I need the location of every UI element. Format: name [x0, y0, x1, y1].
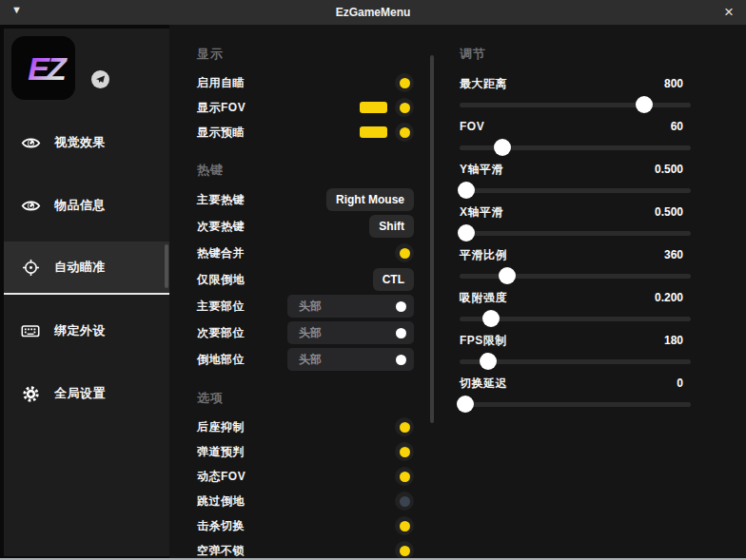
toggle-dot — [400, 103, 410, 113]
slider-header: 最大距离800 — [460, 72, 691, 95]
slider-label: 吸附强度 — [460, 290, 507, 306]
slider-track[interactable] — [460, 274, 691, 279]
close-icon[interactable]: × — [724, 2, 734, 23]
sidebar-item-global-settings[interactable]: 全局设置 — [4, 367, 169, 420]
setting-label: 倒地部位 — [197, 352, 245, 368]
toggle-on[interactable] — [395, 541, 414, 560]
middle-scrollbar[interactable] — [430, 55, 434, 423]
slider-value: 0.500 — [655, 205, 691, 219]
setting-control: 头部 — [287, 321, 414, 344]
slider-track[interactable] — [460, 145, 691, 150]
toggle-on[interactable] — [395, 442, 414, 461]
sidebar-item-peripherals[interactable]: 绑定外设 — [4, 304, 169, 357]
slider-track[interactable] — [460, 317, 691, 321]
toggle-dot — [400, 422, 410, 433]
select-value: 头部 — [299, 299, 322, 315]
setting-control — [395, 541, 414, 560]
setting-control — [395, 442, 414, 461]
slider-label: 切换延迟 — [460, 376, 507, 392]
slider-handle[interactable] — [636, 96, 653, 113]
slider-group-max-distance: 最大距离800 — [460, 72, 691, 115]
toggle-on[interactable] — [395, 73, 414, 92]
toggle-dot — [400, 447, 410, 457]
hotkey-button-downed-only[interactable]: CTL — [373, 268, 414, 291]
select-knob[interactable] — [396, 301, 406, 312]
slider-header: X轴平滑0.500 — [460, 201, 691, 223]
slider-handle[interactable] — [458, 182, 475, 199]
part-select-secondary-part[interactable]: 头部 — [287, 321, 414, 344]
sidebar-item-visual-effects[interactable]: 视觉效果 — [4, 116, 169, 169]
select-value: 头部 — [299, 325, 322, 341]
hotkey-button-secondary-hotkey[interactable]: Shift — [369, 215, 414, 238]
slider-track[interactable] — [460, 103, 691, 107]
setting-label: 显示预瞄 — [197, 125, 245, 141]
toggle-off[interactable] — [395, 492, 414, 511]
part-select-primary-part[interactable]: 头部 — [287, 295, 414, 318]
setting-label: 次要热键 — [197, 219, 245, 235]
slider-value: 0.200 — [655, 291, 691, 304]
slider-handle[interactable] — [458, 224, 475, 241]
slider-header: FOV60 — [460, 115, 691, 138]
toggle-on[interactable] — [395, 516, 414, 535]
setting-label: 击杀切换 — [197, 518, 245, 534]
setting-label: 启用自瞄 — [197, 75, 245, 91]
setting-label: 动态FOV — [197, 469, 245, 485]
slider-header: FPS限制180 — [460, 329, 691, 352]
setting-control — [395, 467, 414, 486]
toggle-on[interactable] — [395, 123, 414, 142]
slider-track-area — [460, 266, 691, 286]
setting-row-show-fov: 显示FOV — [197, 95, 414, 120]
setting-control: CTL — [373, 268, 414, 291]
keyboard-icon — [20, 320, 41, 341]
logo-text: EZ — [28, 50, 68, 87]
sidebar-item-aimbot[interactable]: 自动瞄准 — [4, 241, 169, 295]
setting-row-primary-part: 主要部位头部 — [197, 293, 414, 319]
toggle-dot — [400, 127, 410, 138]
slider-value: 0 — [677, 377, 691, 390]
app-window: ▼ EzGameMenu × EZ — [0, 0, 746, 560]
slider-group-smooth-ratio: 平滑比例360 — [460, 243, 691, 286]
setting-control — [395, 243, 414, 262]
toggle-on[interactable] — [395, 417, 414, 436]
part-select-downed-part[interactable]: 头部 — [287, 348, 414, 371]
setting-row-recoil-control: 后座抑制 — [197, 415, 414, 439]
toggle-on[interactable] — [395, 467, 414, 486]
setting-control — [395, 516, 414, 535]
slider-value: 180 — [664, 334, 691, 347]
section-options: 选项后座抑制弹道预判动态FOV跳过倒地击杀切换空弹不锁 — [197, 386, 433, 560]
setting-control — [395, 417, 414, 436]
setting-row-enable-aim: 启用自瞄 — [197, 70, 414, 95]
slider-handle[interactable] — [457, 396, 474, 413]
color-swatch[interactable] — [360, 126, 387, 138]
title-bar: ▼ EzGameMenu × — [0, 0, 746, 25]
setting-control: 头部 — [287, 295, 414, 318]
slider-track-area — [460, 181, 691, 201]
slider-label: 最大距离 — [460, 76, 507, 92]
toggle-on[interactable] — [395, 98, 414, 117]
sidebar-item-label: 视觉效果 — [54, 134, 106, 151]
slider-group-fov: FOV60 — [460, 115, 691, 158]
toggle-on[interactable] — [395, 243, 414, 262]
sidebar-item-item-info[interactable]: 物品信息 — [4, 179, 169, 232]
select-knob[interactable] — [396, 355, 406, 365]
slider-track[interactable] — [460, 231, 691, 236]
sidebar-nav: 视觉效果物品信息自动瞄准绑定外设全局设置 — [4, 116, 169, 420]
settings-column: 显示启用自瞄显示FOV显示预瞄热键主要热键Right Mouse次要热键Shif… — [169, 25, 433, 558]
slider-track[interactable] — [460, 359, 691, 364]
slider-track[interactable] — [460, 188, 691, 193]
setting-row-show-preaim: 显示预瞄 — [197, 120, 414, 145]
slider-handle[interactable] — [499, 267, 516, 284]
slider-handle[interactable] — [494, 139, 511, 156]
slider-header: 平滑比例360 — [460, 243, 691, 266]
select-knob[interactable] — [396, 328, 406, 338]
slider-handle[interactable] — [480, 353, 497, 370]
slider-track[interactable] — [460, 402, 691, 407]
toggle-dot — [400, 496, 410, 507]
section-title-options: 选项 — [197, 386, 433, 411]
color-swatch[interactable] — [360, 102, 387, 113]
hotkey-button-primary-hotkey[interactable]: Right Mouse — [326, 188, 414, 211]
sliders-column: 调节 最大距离800FOV60Y轴平滑0.500X轴平滑0.500平滑比例360… — [460, 25, 691, 558]
telegram-button[interactable] — [91, 70, 109, 88]
slider-handle[interactable] — [482, 310, 500, 327]
slider-group-snap-strength: 吸附强度0.200 — [460, 286, 691, 329]
